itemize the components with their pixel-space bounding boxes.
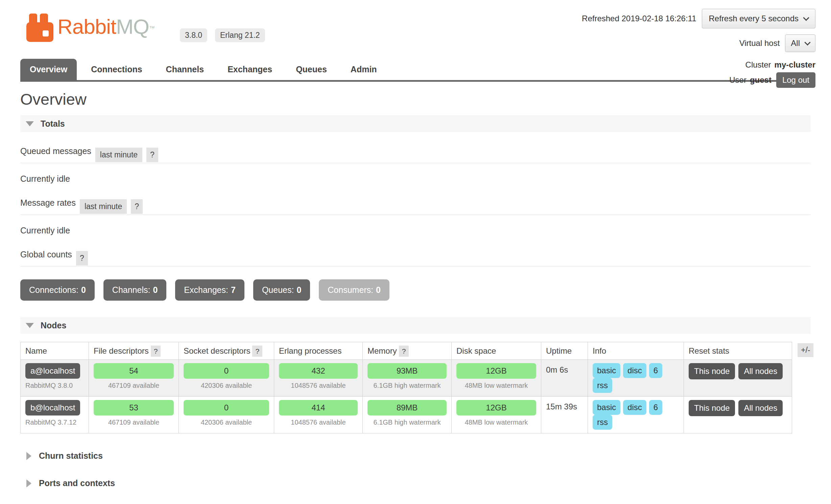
memory-help-icon[interactable]: ? [399,346,409,357]
consumers-count-value: 0 [376,285,381,295]
file-descriptors-help-icon[interactable]: ? [151,346,161,357]
uptime-value: 15m 39s [541,397,588,433]
cluster-name: my-cluster [775,60,815,70]
memory-value: 93MB [367,363,447,379]
exchanges-count-button[interactable]: Exchanges:7 [175,279,244,301]
rabbitmq-logo[interactable]: RabbitMQ™ [26,11,155,42]
info-badge-rss: rss [593,378,612,393]
file-descriptors-value: 54 [94,363,174,379]
channels-count-label: Channels: [112,285,150,295]
info-badge-basic: basic [593,363,620,378]
virtual-host-select[interactable]: All [785,34,815,52]
totals-section-header[interactable]: Totals [20,115,811,132]
disk-space-value: 12GB [456,400,536,415]
erlang-version-badge: Erlang 21.2 [215,28,265,42]
disk-watermark: 48MB low watermark [456,382,536,389]
node-name-link[interactable]: b@localhost [25,400,80,415]
socket-descriptors-available: 420306 available [184,382,269,389]
global-counts-heading: Global counts ? [20,248,811,267]
message-rates-status: Currently idle [20,226,811,235]
exchanges-count-label: Exchanges: [184,285,228,295]
info-badge-basic: basic [593,400,620,415]
col-info: Info [588,342,684,360]
page-title: Overview [20,90,811,108]
memory-watermark: 6.1GB high watermark [367,419,447,426]
tab-connections[interactable]: Connections [81,59,151,80]
queued-messages-heading: Queued messages last minute ? [20,144,811,163]
nodes-section-header[interactable]: Nodes [20,317,811,334]
file-descriptors-available: 467109 available [94,419,174,426]
logo-rabbit-text: Rabbit [57,15,116,38]
logo-trademark: ™ [149,25,155,31]
global-counts-help-icon[interactable]: ? [76,251,88,266]
logout-button[interactable]: Log out [776,72,815,88]
consumers-count-label: Consumers: [328,285,373,295]
channels-count-value: 0 [153,285,158,295]
node-name-link[interactable]: a@localhost [25,363,80,379]
expand-triangle-icon [26,452,31,460]
refresh-interval-select[interactable]: Refresh every 5 seconds [702,9,815,28]
erlang-processes-available: 1048576 available [279,382,358,389]
reset-this-node-button[interactable]: This node [689,400,735,416]
tab-exchanges[interactable]: Exchanges [218,59,282,80]
col-name: Name [21,342,89,360]
tab-admin[interactable]: Admin [341,59,386,80]
node-version: RabbitMQ 3.7.12 [25,419,84,426]
channels-count-button[interactable]: Channels:0 [103,279,166,301]
col-erlang-processes: Erlang processes [274,342,363,360]
chevron-down-icon [803,15,809,21]
erlang-processes-value: 414 [279,400,358,415]
reset-this-node-button[interactable]: This node [689,363,735,379]
consumers-count-button[interactable]: Consumers:0 [319,279,389,301]
collapse-triangle-icon [26,323,34,328]
connections-count-button[interactable]: Connections:0 [20,279,95,301]
column-toggle-button[interactable]: +/- [798,343,813,357]
exchanges-count-value: 7 [231,285,236,295]
global-counts-row: Connections:0 Channels:0 Exchanges:7 Que… [20,279,811,301]
col-file-descriptors: File descriptors? [89,342,179,360]
reset-all-nodes-button[interactable]: All nodes [738,400,783,416]
disk-space-value: 12GB [456,363,536,379]
socket-descriptors-help-icon[interactable]: ? [252,346,262,357]
expand-triangle-icon [26,479,31,487]
main-content: Overview Totals Queued messages last min… [20,90,811,504]
churn-statistics-section[interactable]: Churn statistics [26,451,811,461]
col-uptime: Uptime [541,342,588,360]
cluster-label: Cluster [745,60,771,70]
queued-rate-mode-badge[interactable]: last minute [95,148,142,162]
col-memory: Memory? [363,342,452,360]
logo-mq-text: MQ [116,15,149,38]
col-reset-stats: Reset stats [684,342,792,360]
rabbitmq-overview-page: RabbitMQ™ 3.8.0 Erlang 21.2 Refreshed 20… [0,0,831,504]
queued-messages-label: Queued messages [20,146,91,156]
connections-count-value: 0 [81,285,86,295]
refreshed-timestamp: Refreshed 2019-02-18 16:26:11 [582,14,696,23]
chevron-down-icon [804,39,810,45]
ports-and-contexts-section[interactable]: Ports and contexts [26,478,811,488]
rabbitmq-rabbit-icon [26,11,53,42]
reset-all-nodes-button[interactable]: All nodes [738,363,783,379]
info-badge-disc: disc [623,400,646,415]
disk-watermark: 48MB low watermark [456,419,536,426]
user-label: User [729,75,746,85]
rates-rate-mode-badge[interactable]: last minute [80,199,127,214]
queues-count-button[interactable]: Queues:0 [253,279,310,301]
node-row-a: a@localhost RabbitMQ 3.8.0 54 467109 ava… [21,360,792,397]
connections-count-label: Connections: [29,285,78,295]
header-right: Refreshed 2019-02-18 16:26:11 Refresh ev… [582,9,815,88]
totals-section-title: Totals [41,119,65,129]
col-socket-descriptors: Socket descriptors? [179,342,274,360]
global-counts-label: Global counts [20,250,72,259]
tab-queues[interactable]: Queues [286,59,336,80]
rates-help-icon[interactable]: ? [131,199,143,214]
info-badge-plugins-count: 6 [649,363,662,378]
tab-overview[interactable]: Overview [20,59,77,80]
queued-help-icon[interactable]: ? [146,148,158,162]
tab-channels[interactable]: Channels [157,59,214,80]
socket-descriptors-available: 420306 available [184,419,269,426]
queued-messages-status: Currently idle [20,174,811,184]
refresh-interval-value: Refresh every 5 seconds [709,14,799,23]
churn-statistics-label: Churn statistics [39,451,103,461]
message-rates-label: Message rates [20,198,76,208]
socket-descriptors-value: 0 [184,400,269,415]
